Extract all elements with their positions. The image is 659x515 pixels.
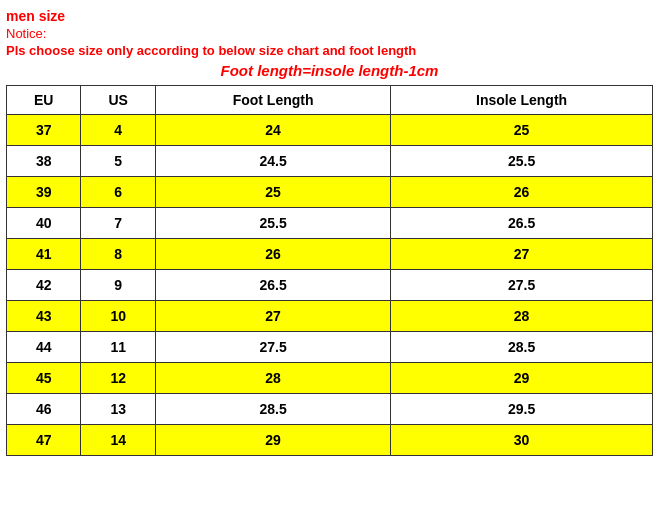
cell-us: 13: [81, 394, 155, 425]
table-row: 47142930: [7, 425, 653, 456]
page-wrapper: men size Notice: Pls choose size only ac…: [0, 0, 659, 462]
col-header-us: US: [81, 86, 155, 115]
cell-eu: 39: [7, 177, 81, 208]
formula-text: Foot length=insole length-1cm: [6, 62, 653, 79]
table-row: 3962526: [7, 177, 653, 208]
table-row: 42926.527.5: [7, 270, 653, 301]
table-row: 40725.526.5: [7, 208, 653, 239]
cell-insole: 30: [391, 425, 653, 456]
men-size-title: men size: [6, 8, 653, 24]
cell-eu: 46: [7, 394, 81, 425]
cell-eu: 43: [7, 301, 81, 332]
cell-us: 6: [81, 177, 155, 208]
instruction-text: Pls choose size only according to below …: [6, 43, 653, 58]
col-header-eu: EU: [7, 86, 81, 115]
cell-insole: 28: [391, 301, 653, 332]
table-row: 441127.528.5: [7, 332, 653, 363]
cell-insole: 28.5: [391, 332, 653, 363]
cell-foot: 27.5: [155, 332, 390, 363]
cell-insole: 25: [391, 115, 653, 146]
col-header-foot: Foot Length: [155, 86, 390, 115]
cell-insole: 26: [391, 177, 653, 208]
cell-us: 14: [81, 425, 155, 456]
cell-foot: 24: [155, 115, 390, 146]
col-header-insole: Insole Length: [391, 86, 653, 115]
table-row: 3742425: [7, 115, 653, 146]
cell-foot: 28: [155, 363, 390, 394]
cell-eu: 40: [7, 208, 81, 239]
cell-foot: 29: [155, 425, 390, 456]
cell-insole: 27: [391, 239, 653, 270]
cell-eu: 38: [7, 146, 81, 177]
table-row: 43102728: [7, 301, 653, 332]
table-row: 38524.525.5: [7, 146, 653, 177]
cell-foot: 26: [155, 239, 390, 270]
table-row: 45122829: [7, 363, 653, 394]
cell-foot: 25.5: [155, 208, 390, 239]
cell-insole: 26.5: [391, 208, 653, 239]
notice-label: Notice:: [6, 26, 653, 41]
cell-us: 11: [81, 332, 155, 363]
cell-insole: 29: [391, 363, 653, 394]
cell-insole: 27.5: [391, 270, 653, 301]
cell-insole: 25.5: [391, 146, 653, 177]
table-row: 4182627: [7, 239, 653, 270]
cell-foot: 24.5: [155, 146, 390, 177]
cell-foot: 28.5: [155, 394, 390, 425]
table-row: 461328.529.5: [7, 394, 653, 425]
cell-eu: 41: [7, 239, 81, 270]
cell-eu: 45: [7, 363, 81, 394]
cell-foot: 27: [155, 301, 390, 332]
cell-foot: 25: [155, 177, 390, 208]
cell-us: 9: [81, 270, 155, 301]
cell-eu: 37: [7, 115, 81, 146]
size-chart-table: EU US Foot Length Insole Length 37424253…: [6, 85, 653, 456]
cell-us: 5: [81, 146, 155, 177]
cell-insole: 29.5: [391, 394, 653, 425]
cell-us: 8: [81, 239, 155, 270]
cell-eu: 44: [7, 332, 81, 363]
cell-us: 12: [81, 363, 155, 394]
cell-foot: 26.5: [155, 270, 390, 301]
table-header-row: EU US Foot Length Insole Length: [7, 86, 653, 115]
cell-eu: 47: [7, 425, 81, 456]
cell-us: 4: [81, 115, 155, 146]
cell-us: 7: [81, 208, 155, 239]
cell-eu: 42: [7, 270, 81, 301]
cell-us: 10: [81, 301, 155, 332]
